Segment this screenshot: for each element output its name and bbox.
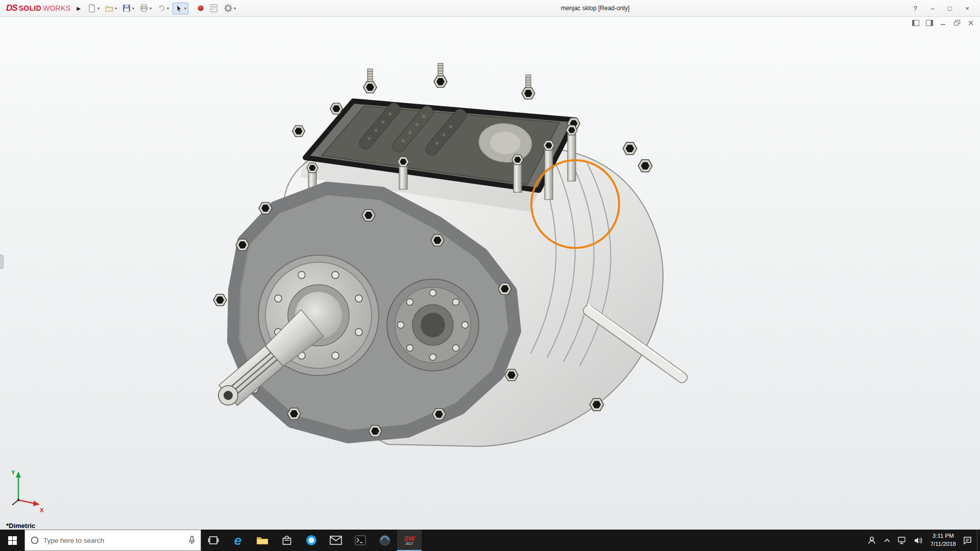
dropdown-arrow-icon[interactable]: ▾ bbox=[167, 6, 169, 11]
task-view-icon bbox=[208, 535, 219, 546]
pane-right-icon[interactable] bbox=[925, 19, 934, 27]
view-orientation-label: *Dimetric bbox=[6, 522, 35, 530]
file-explorer-icon bbox=[256, 535, 268, 545]
doc-close-icon[interactable] bbox=[967, 19, 975, 27]
solidworks-2017-icon: SW 2017 bbox=[404, 535, 415, 546]
brand-works: WORKS bbox=[43, 4, 70, 12]
dark-circle-app-icon bbox=[379, 534, 391, 546]
dropdown-arrow-icon[interactable]: ▾ bbox=[115, 6, 117, 11]
appearance-button[interactable] bbox=[195, 4, 206, 13]
quick-access-toolbar: ▾ ▾ ▾ bbox=[86, 3, 237, 14]
volume-icon[interactable] bbox=[914, 537, 923, 544]
dropdown-arrow-icon[interactable]: ▾ bbox=[97, 6, 100, 11]
people-icon[interactable] bbox=[867, 536, 876, 544]
document-window-controls bbox=[912, 19, 975, 27]
y-axis-arrow-icon bbox=[16, 471, 21, 478]
clock-date: 7/11/2018 bbox=[930, 540, 956, 548]
start-button[interactable] bbox=[0, 530, 24, 551]
printer-icon bbox=[139, 4, 149, 13]
drawing-sheet-button[interactable] bbox=[208, 3, 220, 14]
ds-logo-icon: DS bbox=[6, 3, 17, 13]
drawing-sheet-icon bbox=[209, 4, 218, 13]
secondary-boss bbox=[387, 279, 479, 371]
file-explorer-button[interactable] bbox=[250, 530, 275, 551]
store-button[interactable] bbox=[275, 530, 299, 551]
select-cursor-icon bbox=[175, 4, 183, 13]
options-button[interactable]: ▾ bbox=[222, 3, 237, 14]
network-icon[interactable] bbox=[898, 537, 907, 544]
taskbar-search-box[interactable] bbox=[24, 530, 201, 551]
undo-button[interactable]: ▾ bbox=[155, 3, 170, 14]
title-bar: DS SOLIDWORKS ▶ ▾ ▾ bbox=[0, 0, 980, 17]
dropdown-arrow-icon[interactable]: ▾ bbox=[184, 6, 186, 11]
undo-arrow-icon bbox=[157, 4, 166, 13]
document-title: menjac sklop [Read-only] bbox=[561, 5, 630, 12]
print-button[interactable]: ▾ bbox=[138, 3, 153, 14]
new-document-button[interactable]: ▾ bbox=[86, 3, 101, 14]
save-floppy-icon bbox=[122, 4, 131, 13]
solidworks-badge-year: 2017 bbox=[406, 542, 413, 546]
blue-circle-app-icon bbox=[305, 534, 317, 546]
dropdown-arrow-icon[interactable]: ▾ bbox=[150, 6, 152, 11]
microphone-icon[interactable] bbox=[188, 536, 195, 545]
edge-icon: e bbox=[234, 534, 241, 547]
appearance-sphere-icon bbox=[197, 5, 204, 12]
solidworks-window: DS SOLIDWORKS ▶ ▾ ▾ bbox=[0, 0, 980, 551]
dropdown-arrow-icon[interactable]: ▾ bbox=[234, 6, 236, 11]
help-button[interactable]: ? bbox=[908, 2, 923, 15]
new-document-icon bbox=[87, 4, 96, 13]
dropdown-arrow-icon[interactable]: ▾ bbox=[132, 6, 134, 11]
search-input[interactable] bbox=[43, 537, 184, 544]
command-prompt-button[interactable] bbox=[348, 530, 373, 551]
open-button[interactable]: ▾ bbox=[103, 3, 118, 14]
blue-circle-app-button[interactable] bbox=[299, 530, 324, 551]
command-prompt-icon bbox=[355, 535, 366, 545]
x-axis-arrow-icon bbox=[33, 500, 40, 506]
z-axis-line bbox=[12, 500, 18, 505]
select-tool-button[interactable]: ▾ bbox=[173, 3, 188, 14]
task-view-button[interactable] bbox=[201, 530, 226, 551]
y-axis-label: Y bbox=[11, 469, 15, 475]
mail-envelope-icon bbox=[330, 536, 342, 545]
pane-left-icon[interactable] bbox=[912, 19, 920, 27]
orientation-triad: Y X bbox=[7, 467, 48, 514]
show-desktop-button[interactable] bbox=[977, 530, 980, 551]
taskbar-app-icons: e bbox=[201, 530, 422, 551]
close-button[interactable]: × bbox=[960, 2, 975, 15]
model-3d-view[interactable] bbox=[0, 17, 980, 530]
save-button[interactable]: ▾ bbox=[120, 3, 136, 14]
search-icon bbox=[30, 536, 39, 545]
gearbox-model bbox=[213, 63, 689, 446]
doc-minimize-icon[interactable] bbox=[939, 19, 947, 27]
solidworks-logo: DS SOLIDWORKS bbox=[6, 3, 70, 13]
dark-circle-app-button[interactable] bbox=[373, 530, 397, 551]
gear-icon bbox=[224, 4, 233, 13]
minimize-button[interactable]: – bbox=[925, 2, 940, 15]
menu-expand-arrow-icon[interactable]: ▶ bbox=[77, 6, 81, 11]
store-bag-icon bbox=[282, 535, 292, 546]
doc-restore-icon[interactable] bbox=[953, 19, 961, 27]
mail-button[interactable] bbox=[324, 530, 348, 551]
brand-solid: SOLID bbox=[19, 4, 41, 12]
clock-time: 3:11 PM bbox=[930, 532, 956, 540]
windows-logo-icon bbox=[8, 536, 17, 545]
window-controls: ? – □ × bbox=[908, 0, 975, 17]
hidden-icons-chevron-icon[interactable] bbox=[884, 538, 891, 543]
solidworks-badge-text: SW bbox=[404, 535, 415, 542]
windows-taskbar: e bbox=[0, 530, 980, 551]
solidworks-app-button[interactable]: SW 2017 bbox=[397, 530, 422, 551]
x-axis-label: X bbox=[40, 507, 44, 513]
taskbar-empty-space bbox=[422, 530, 862, 551]
system-tray: 3:11 PM 7/11/2018 bbox=[862, 530, 977, 551]
graphics-viewport[interactable]: Y X *Dimetric bbox=[0, 17, 980, 530]
action-center-icon[interactable] bbox=[963, 536, 972, 544]
maximize-button[interactable]: □ bbox=[942, 2, 958, 15]
open-folder-icon bbox=[105, 4, 114, 13]
taskbar-clock[interactable]: 3:11 PM 7/11/2018 bbox=[930, 532, 956, 548]
edge-browser-button[interactable]: e bbox=[226, 530, 250, 551]
